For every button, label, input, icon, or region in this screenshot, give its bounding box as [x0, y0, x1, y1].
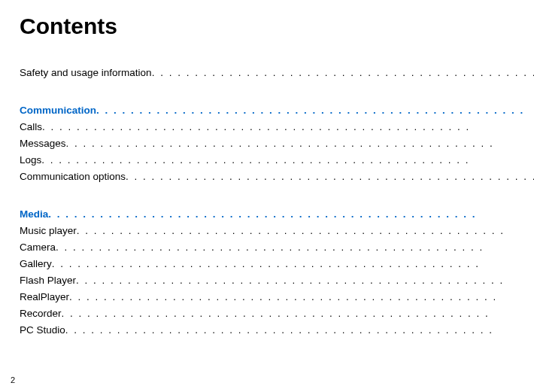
toc-label: Messages	[20, 138, 66, 149]
toc-entry: RealPlayer41	[20, 292, 534, 302]
toc-entry: Flash Player41	[20, 275, 534, 286]
toc-leader	[62, 308, 534, 319]
toc-entry: Camera37	[20, 242, 534, 253]
toc-leader	[76, 275, 534, 286]
toc-leader	[48, 209, 534, 220]
toc-entry: Communication options31	[20, 172, 534, 182]
toc-label: Gallery	[20, 259, 52, 269]
toc-label: Camera	[20, 242, 56, 253]
toc-leader	[126, 172, 534, 182]
toc-section-head: Communication 11	[20, 105, 534, 116]
toc-leader	[152, 68, 534, 78]
toc-column-left: Safety and usage information4Communicati…	[20, 68, 534, 342]
toc-leader	[66, 138, 534, 149]
toc-label: Flash Player	[20, 275, 76, 286]
toc-label: Safety and usage information	[20, 68, 152, 78]
toc-label: Communication	[20, 105, 96, 116]
toc-label: Calls	[20, 122, 42, 132]
page-title: Contents	[20, 14, 514, 39]
toc-spacer	[20, 84, 534, 95]
toc-entry: Logs28	[20, 155, 534, 166]
toc-spacer	[20, 188, 534, 199]
toc-entry: Music player35	[20, 226, 534, 236]
toc-entry: PC Studio42	[20, 325, 534, 336]
toc-columns: Safety and usage information4Communicati…	[20, 68, 514, 342]
page-number: 2	[11, 375, 15, 384]
toc-label: Logs	[20, 155, 41, 166]
toc-leader	[65, 325, 534, 336]
toc-label: Communication options	[20, 172, 126, 182]
toc-leader	[42, 122, 534, 132]
toc-entry: Messages14	[20, 138, 534, 149]
toc-leader	[77, 226, 534, 236]
toc-leader	[56, 242, 534, 253]
toc-label: Media	[20, 209, 48, 220]
toc-entry: Safety and usage information4	[20, 68, 534, 78]
toc-entry: Recorder42	[20, 308, 534, 319]
toc-entry: Gallery40	[20, 259, 534, 269]
toc-label: RealPlayer	[20, 292, 69, 302]
toc-leader	[41, 155, 534, 166]
toc-label: Recorder	[20, 308, 62, 319]
toc-section-head: Media 35	[20, 209, 534, 220]
toc-leader	[96, 105, 534, 116]
toc-leader	[69, 292, 534, 302]
toc-label: Music player	[20, 226, 77, 236]
toc-entry: Calls11	[20, 122, 534, 132]
toc-leader	[52, 259, 534, 269]
toc-label: PC Studio	[20, 325, 65, 336]
